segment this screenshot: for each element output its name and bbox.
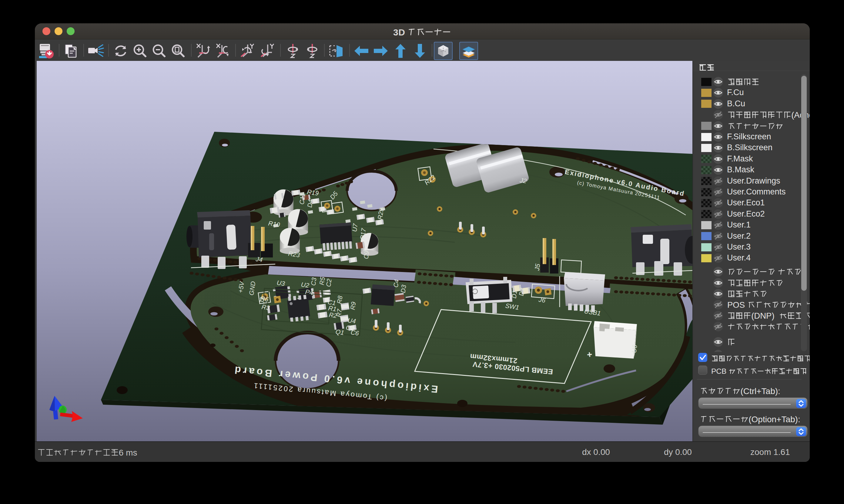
svg-text:Q1: Q1 (335, 328, 344, 336)
svg-text:(DNP): (DNP) (751, 311, 774, 321)
svg-text:+: + (586, 349, 593, 360)
svg-text:D2: D2 (517, 287, 526, 296)
svg-text:R8: R8 (335, 295, 344, 304)
svg-text:PCB: PCB (711, 367, 726, 375)
svg-text:R7: R7 (335, 308, 343, 318)
svg-text:J2: J2 (519, 177, 527, 184)
svg-text:C3: C3 (310, 277, 318, 286)
svg-text:U4: U4 (347, 317, 356, 325)
svg-text:(Ctrl+Tab):: (Ctrl+Tab): (740, 386, 780, 396)
svg-text:C2: C2 (325, 278, 333, 287)
svg-text:P4: P4 (305, 288, 313, 296)
svg-text:R9: R9 (349, 301, 357, 310)
svg-text:R6: R6 (260, 295, 269, 303)
svg-text:U7: U7 (351, 222, 359, 232)
svg-text:J4: J4 (255, 255, 263, 263)
svg-text:R3: R3 (261, 303, 270, 311)
svg-text:D4: D4 (306, 199, 314, 208)
svg-text:J5: J5 (533, 263, 541, 271)
svg-text:J6: J6 (538, 296, 546, 304)
svg-text:(Option+Tab):: (Option+Tab): (748, 415, 800, 424)
svg-text:3D: 3D (393, 27, 405, 37)
svg-text:D1: D1 (510, 290, 518, 299)
svg-text:C9: C9 (362, 250, 371, 259)
svg-text:U3: U3 (276, 279, 285, 287)
svg-text:U2: U2 (300, 281, 310, 289)
svg-text:6 ms: 6 ms (119, 448, 137, 457)
svg-text:POS: POS (727, 300, 745, 309)
svg-text:U6: U6 (630, 344, 638, 353)
svg-text:C4: C4 (392, 279, 400, 288)
svg-text:D3: D3 (399, 284, 408, 293)
svg-text:C6: C6 (350, 329, 359, 337)
